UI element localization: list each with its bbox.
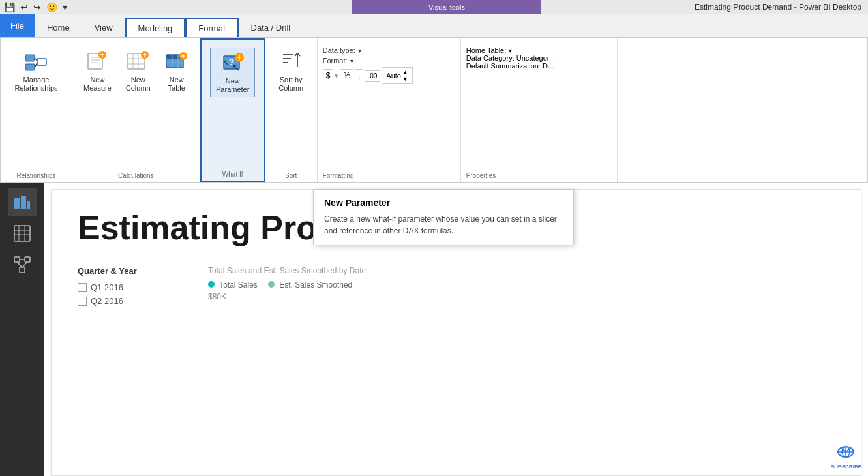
- calculations-group-label: Calculations: [118, 172, 153, 179]
- calculations-buttons: New Measure New Column: [78, 41, 194, 169]
- whatif-group-label: What If: [222, 171, 243, 178]
- legend-total-sales: Total Sales: [208, 280, 258, 290]
- subscribe-badge[interactable]: SUBSCRIBE: [831, 444, 861, 469]
- svg-line-4: [35, 63, 37, 67]
- manage-relationships-button[interactable]: Manage Relationships: [8, 46, 63, 96]
- svg-rect-0: [25, 55, 35, 61]
- auto-spinner[interactable]: Auto ▲▼: [382, 67, 413, 84]
- format-dropdown-arrow[interactable]: ▾: [350, 57, 353, 65]
- svg-rect-2: [37, 59, 46, 65]
- svg-rect-40: [14, 226, 30, 241]
- home-table-label: Home Table:: [466, 46, 507, 54]
- chart-area: Total Sales and Est. Sales Smoothed by D…: [208, 266, 835, 310]
- data-type-dropdown-arrow[interactable]: ▾: [358, 47, 361, 54]
- chart-y-label: $80K: [208, 292, 835, 301]
- data-type-label: Data type:: [323, 46, 355, 54]
- sort-by-column-label: Sort by Column: [278, 76, 303, 93]
- svg-rect-45: [14, 257, 20, 262]
- title-bar: 💾 ↩ ↪ 🙂 ▾ Visual tools Estimating Produc…: [0, 0, 868, 14]
- relationships-group-label: Relationships: [16, 172, 55, 179]
- data-category-label: Data Category: Uncategor...: [466, 54, 555, 62]
- svg-rect-39: [27, 201, 30, 209]
- new-table-icon: [165, 50, 188, 73]
- tab-file[interactable]: File: [0, 14, 35, 37]
- svg-rect-37: [14, 198, 20, 209]
- new-parameter-button[interactable]: ? ↖ New Parameter: [210, 48, 255, 97]
- window-title: Estimating Product Demand - Power BI Des…: [695, 3, 861, 12]
- emoji-icon[interactable]: 🙂: [45, 2, 59, 12]
- format-symbols: $ ▾ % , .00 Auto ▲▼: [323, 67, 455, 84]
- filter-panel: Quarter & Year Q1 2016 Q2 2016: [78, 266, 182, 310]
- subscribe-icon: [836, 444, 856, 464]
- new-column-button[interactable]: New Column: [120, 46, 157, 96]
- q2-label: Q2 2016: [91, 296, 123, 306]
- filter-item-q1: Q1 2016: [78, 282, 182, 292]
- report-body: Quarter & Year Q1 2016 Q2 2016 Total Sal…: [78, 266, 835, 310]
- formatting-label: Formatting: [323, 172, 354, 179]
- svg-line-49: [22, 262, 27, 267]
- q2-checkbox[interactable]: [78, 297, 87, 306]
- data-category-row: Data Category: Uncategor...: [466, 54, 612, 62]
- tooltip-description: Create a new what-if parameter whose val…: [324, 213, 563, 237]
- sort-group-label: Sort: [285, 172, 297, 179]
- svg-rect-46: [25, 257, 30, 262]
- new-measure-icon: [85, 50, 109, 73]
- tab-modeling[interactable]: Modeling: [125, 18, 186, 37]
- formatting-group: Data type: ▾ Format: ▾ $ ▾ % , .00 Auto …: [318, 38, 461, 182]
- manage-relationships-icon: [24, 50, 48, 73]
- home-table-dropdown[interactable]: ▾: [509, 47, 512, 54]
- tab-home[interactable]: Home: [35, 18, 82, 37]
- tooltip-title: New Parameter: [324, 198, 563, 208]
- sidebar-model-icon[interactable]: [8, 250, 37, 279]
- toolbar-area: 💾 ↩ ↪ 🙂 ▾: [0, 0, 68, 14]
- sym-sep1: ▾: [335, 72, 338, 80]
- svg-rect-38: [21, 196, 26, 209]
- new-parameter-icon: ? ↖: [221, 51, 245, 74]
- default-summarization-row: Default Summarization: D...: [466, 62, 612, 70]
- new-table-label: New Table: [168, 76, 185, 93]
- relationships-buttons: Manage Relationships: [8, 41, 63, 169]
- redo-icon[interactable]: ↪: [32, 2, 42, 12]
- new-measure-label: New Measure: [83, 76, 112, 93]
- dollar-button[interactable]: $: [323, 69, 334, 82]
- new-table-button[interactable]: New Table: [159, 46, 194, 96]
- dropdown-arrow-icon[interactable]: ▾: [61, 2, 68, 12]
- data-type-row: Data type: ▾: [323, 46, 455, 54]
- default-summarization-label: Default Summarization: D...: [466, 62, 554, 70]
- total-sales-dot: [208, 281, 215, 288]
- relationships-group: Manage Relationships Relationships: [1, 38, 72, 182]
- sidebar-report-icon[interactable]: [8, 188, 37, 216]
- new-measure-button[interactable]: New Measure: [78, 46, 117, 96]
- sidebar-data-icon[interactable]: [8, 219, 37, 248]
- filter-item-q2: Q2 2016: [78, 296, 182, 306]
- new-parameter-label: New Parameter: [216, 77, 249, 94]
- tab-view[interactable]: View: [82, 18, 125, 37]
- q1-label: Q1 2016: [91, 282, 123, 292]
- svg-text:?: ?: [228, 57, 234, 67]
- legend-est-sales: Est. Sales Smoothed: [268, 280, 352, 290]
- properties-group: Home Table: ▾ Data Category: Uncategor..…: [461, 38, 618, 182]
- tab-format[interactable]: Format: [185, 18, 238, 37]
- format-row: Format: ▾: [323, 57, 455, 65]
- whatif-buttons: ? ↖ New Parameter: [210, 42, 255, 168]
- ribbon-content: Manage Relationships Relationships: [0, 38, 868, 183]
- spinner-arrows[interactable]: ▲▼: [402, 69, 408, 82]
- subscribe-label: SUBSCRIBE: [831, 464, 861, 469]
- sort-by-column-button[interactable]: Sort by Column: [273, 46, 309, 96]
- auto-label: Auto: [386, 72, 401, 80]
- tab-data-drill[interactable]: Data / Drill: [239, 18, 303, 37]
- save-icon[interactable]: 💾: [3, 2, 16, 12]
- sort-group: Sort by Column Sort: [265, 38, 318, 182]
- filter-title: Quarter & Year: [78, 266, 182, 276]
- decimal-button[interactable]: .00: [365, 70, 380, 82]
- est-sales-dot: [268, 281, 275, 288]
- visual-tools-badge: Visual tools: [352, 0, 541, 14]
- comma-button[interactable]: ,: [355, 69, 363, 82]
- chart-title: Total Sales and Est. Sales Smoothed by D…: [208, 266, 835, 275]
- svg-rect-1: [25, 64, 35, 70]
- percent-button[interactable]: %: [340, 69, 353, 82]
- q1-checkbox[interactable]: [78, 283, 87, 292]
- new-column-label: New Column: [126, 76, 151, 93]
- sort-buttons: Sort by Column: [273, 41, 309, 169]
- undo-icon[interactable]: ↩: [19, 2, 29, 12]
